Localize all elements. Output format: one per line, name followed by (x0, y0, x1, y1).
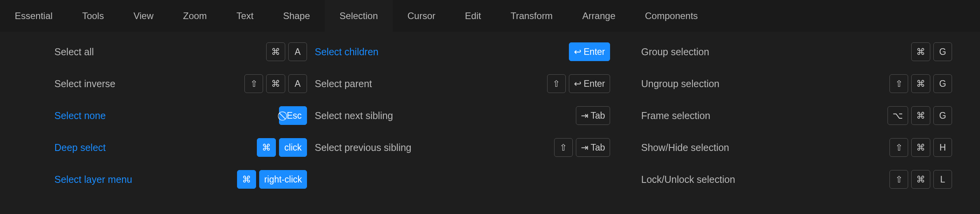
shortcut-row[interactable]: Select none⃠ Esc (54, 106, 307, 125)
key-cap: ⌘ (911, 170, 930, 189)
tab-edit[interactable]: Edit (450, 0, 496, 32)
shortcut-row[interactable]: Deep select⌘click (54, 138, 307, 157)
key-cap: A (288, 74, 307, 93)
shortcut-keys: ⇧↩ Enter (547, 74, 610, 93)
key-cap: A (288, 42, 307, 61)
tab-arrange[interactable]: Arrange (567, 0, 630, 32)
shortcut-label: Ungroup selection (641, 78, 720, 89)
shortcut-keys: ⇧⌘L (889, 170, 952, 189)
shortcut-keys: ⇧⇥ Tab (554, 138, 610, 157)
shortcut-label: Frame selection (641, 110, 710, 121)
shortcut-row[interactable]: Select parent⇧↩ Enter (315, 74, 610, 93)
key-cap: ↩ Enter (569, 42, 610, 61)
shortcut-label: Select previous sibling (315, 142, 412, 153)
shortcut-keys: ⇥ Tab (576, 106, 610, 125)
shortcut-row[interactable]: Select all⌘A (54, 42, 307, 61)
shortcut-row[interactable]: Ungroup selection⇧⌘G (641, 74, 952, 93)
key-cap: H (933, 138, 952, 157)
key-cap: G (933, 106, 952, 125)
shortcut-keys: ⌘A (266, 42, 307, 61)
key-cap: ⇧ (889, 170, 908, 189)
key-cap: ⃠ Esc (279, 106, 307, 125)
key-cap: ⇧ (889, 138, 908, 157)
key-cap: ⌘ (266, 42, 285, 61)
shortcut-column-2: Select children↩ EnterSelect parent⇧↩ En… (307, 42, 610, 189)
shortcut-keys: ⇧⌘H (889, 138, 952, 157)
key-cap: ⌘ (911, 42, 930, 61)
shortcut-keys: ⇧⌘A (244, 74, 307, 93)
shortcut-row[interactable]: Select next sibling⇥ Tab (315, 106, 610, 125)
key-cap: ↩ Enter (569, 74, 610, 93)
shortcut-row[interactable]: Select children↩ Enter (315, 42, 610, 61)
shortcut-label: Select next sibling (315, 110, 393, 121)
tab-tools[interactable]: Tools (67, 0, 119, 32)
shortcut-label: Select all (54, 46, 94, 58)
tab-transform[interactable]: Transform (496, 0, 567, 32)
shortcut-label: Select layer menu (54, 174, 132, 185)
shortcut-keys: ⃠ Esc (279, 106, 307, 125)
key-cap: right-click (259, 170, 307, 189)
shortcut-row[interactable]: Select inverse⇧⌘A (54, 74, 307, 93)
shortcut-column-3: Group selection⌘GUngroup selection⇧⌘GFra… (610, 42, 980, 189)
key-cap: ⇧ (547, 74, 566, 93)
shortcut-keys: ⌘click (257, 138, 307, 157)
shortcut-keys: ⌘right-click (237, 170, 307, 189)
key-cap: ⇥ Tab (576, 106, 610, 125)
tab-zoom[interactable]: Zoom (168, 0, 221, 32)
shortcut-keys: ⌘G (911, 42, 952, 61)
shortcut-row[interactable]: Lock/Unlock selection⇧⌘L (641, 170, 952, 189)
key-cap: ⌘ (911, 106, 930, 125)
key-cap: G (933, 42, 952, 61)
shortcut-row[interactable]: Select previous sibling⇧⇥ Tab (315, 138, 610, 157)
shortcut-row[interactable]: Show/Hide selection⇧⌘H (641, 138, 952, 157)
tab-view[interactable]: View (119, 0, 168, 32)
key-cap: ⌘ (257, 138, 276, 157)
shortcut-keys: ↩ Enter (569, 42, 610, 61)
shortcut-row[interactable]: Select layer menu⌘right-click (54, 170, 307, 189)
key-cap: G (933, 74, 952, 93)
shortcut-column-1: Select all⌘ASelect inverse⇧⌘ASelect none… (0, 42, 307, 189)
key-cap: ⇧ (554, 138, 573, 157)
key-cap: ⇧ (889, 74, 908, 93)
shortcut-label: Show/Hide selection (641, 142, 729, 153)
shortcut-keys: ⇧⌘G (889, 74, 952, 93)
shortcut-label: Select inverse (54, 78, 115, 89)
shortcut-content: Select all⌘ASelect inverse⇧⌘ASelect none… (0, 32, 980, 201)
key-cap: ⌘ (911, 138, 930, 157)
key-cap: ⇥ Tab (576, 138, 610, 157)
key-cap: ⌘ (237, 170, 256, 189)
shortcut-keys: ⌥⌘G (888, 106, 952, 125)
tab-cursor[interactable]: Cursor (393, 0, 450, 32)
key-cap: L (933, 170, 952, 189)
tab-essential[interactable]: Essential (0, 0, 67, 32)
tab-text[interactable]: Text (221, 0, 268, 32)
key-cap: ⇧ (244, 74, 263, 93)
tab-components[interactable]: Components (630, 0, 713, 32)
tab-bar: EssentialToolsViewZoomTextShapeSelection… (0, 0, 980, 32)
shortcut-label: Select none (54, 110, 106, 121)
key-cap: click (279, 138, 307, 157)
shortcut-label: Deep select (54, 142, 106, 153)
shortcut-label: Select children (315, 46, 378, 58)
tab-selection[interactable]: Selection (325, 0, 393, 32)
shortcut-label: Lock/Unlock selection (641, 174, 735, 185)
key-cap: ⌥ (888, 106, 908, 125)
key-cap: ⌘ (911, 74, 930, 93)
shortcut-row[interactable]: Group selection⌘G (641, 42, 952, 61)
key-cap: ⌘ (266, 74, 285, 93)
shortcut-label: Select parent (315, 78, 372, 89)
shortcut-row[interactable]: Frame selection⌥⌘G (641, 106, 952, 125)
shortcut-label: Group selection (641, 46, 709, 58)
tab-shape[interactable]: Shape (268, 0, 324, 32)
